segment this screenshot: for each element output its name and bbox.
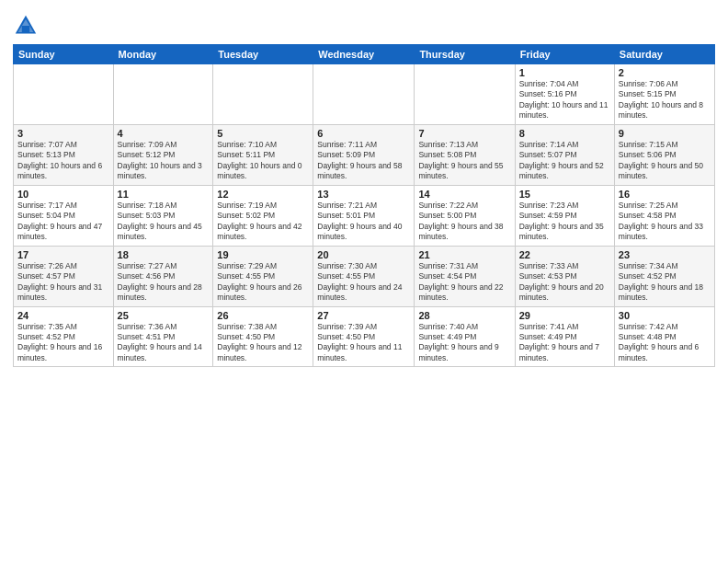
header — [13, 9, 715, 39]
day-cell: 21Sunrise: 7:31 AM Sunset: 4:54 PM Dayli… — [415, 246, 515, 306]
day-info: Sunrise: 7:26 AM Sunset: 4:57 PM Dayligh… — [17, 261, 109, 304]
day-cell: 11Sunrise: 7:18 AM Sunset: 5:03 PM Dayli… — [113, 185, 213, 246]
day-number: 5 — [217, 128, 309, 139]
day-cell: 27Sunrise: 7:39 AM Sunset: 4:50 PM Dayli… — [313, 306, 415, 367]
day-cell: 4Sunrise: 7:09 AM Sunset: 5:12 PM Daylig… — [113, 124, 213, 185]
day-cell: 18Sunrise: 7:27 AM Sunset: 4:56 PM Dayli… — [113, 246, 213, 306]
day-number: 11 — [118, 189, 210, 200]
day-cell — [213, 64, 313, 125]
day-cell: 23Sunrise: 7:34 AM Sunset: 4:52 PM Dayli… — [614, 246, 714, 306]
day-cell: 22Sunrise: 7:33 AM Sunset: 4:53 PM Dayli… — [515, 246, 614, 306]
day-number: 12 — [217, 189, 309, 200]
day-cell: 8Sunrise: 7:14 AM Sunset: 5:07 PM Daylig… — [515, 124, 614, 185]
svg-rect-2 — [22, 26, 29, 32]
day-info: Sunrise: 7:40 AM Sunset: 4:49 PM Dayligh… — [418, 322, 510, 364]
day-info: Sunrise: 7:14 AM Sunset: 5:07 PM Dayligh… — [519, 140, 610, 182]
day-header-thursday: Thursday — [415, 45, 515, 64]
day-cell: 20Sunrise: 7:30 AM Sunset: 4:55 PM Dayli… — [313, 246, 415, 306]
day-cell: 3Sunrise: 7:07 AM Sunset: 5:13 PM Daylig… — [14, 124, 114, 185]
day-cell — [113, 64, 213, 125]
day-cell: 29Sunrise: 7:41 AM Sunset: 4:49 PM Dayli… — [515, 306, 614, 367]
day-number: 30 — [619, 310, 711, 321]
page: SundayMondayTuesdayWednesdayThursdayFrid… — [0, 0, 728, 373]
day-cell: 7Sunrise: 7:13 AM Sunset: 5:08 PM Daylig… — [415, 124, 515, 185]
week-row-2: 10Sunrise: 7:17 AM Sunset: 5:04 PM Dayli… — [14, 185, 715, 246]
day-cell: 19Sunrise: 7:29 AM Sunset: 4:55 PM Dayli… — [213, 246, 313, 306]
day-number: 10 — [17, 189, 109, 200]
logo-icon — [13, 13, 39, 39]
day-number: 19 — [217, 249, 309, 260]
week-row-0: 1Sunrise: 7:04 AM Sunset: 5:16 PM Daylig… — [14, 64, 715, 125]
day-number: 15 — [519, 189, 610, 200]
week-row-1: 3Sunrise: 7:07 AM Sunset: 5:13 PM Daylig… — [14, 124, 715, 185]
day-cell: 2Sunrise: 7:06 AM Sunset: 5:15 PM Daylig… — [614, 64, 714, 125]
day-info: Sunrise: 7:21 AM Sunset: 5:01 PM Dayligh… — [317, 201, 410, 243]
day-info: Sunrise: 7:35 AM Sunset: 4:52 PM Dayligh… — [17, 322, 109, 364]
day-number: 28 — [418, 310, 510, 321]
day-cell: 1Sunrise: 7:04 AM Sunset: 5:16 PM Daylig… — [515, 64, 614, 125]
day-number: 17 — [17, 249, 109, 260]
day-cell: 10Sunrise: 7:17 AM Sunset: 5:04 PM Dayli… — [14, 185, 114, 246]
day-info: Sunrise: 7:41 AM Sunset: 4:49 PM Dayligh… — [519, 322, 610, 364]
day-info: Sunrise: 7:36 AM Sunset: 4:51 PM Dayligh… — [118, 322, 210, 364]
day-cell: 5Sunrise: 7:10 AM Sunset: 5:11 PM Daylig… — [213, 124, 313, 185]
day-info: Sunrise: 7:30 AM Sunset: 4:55 PM Dayligh… — [317, 261, 410, 304]
day-number: 6 — [317, 128, 410, 139]
day-number: 3 — [17, 128, 109, 139]
day-number: 22 — [519, 249, 610, 260]
day-cell: 28Sunrise: 7:40 AM Sunset: 4:49 PM Dayli… — [415, 306, 515, 367]
day-header-wednesday: Wednesday — [313, 45, 415, 64]
day-header-sunday: Sunday — [14, 45, 114, 64]
day-number: 1 — [519, 67, 610, 78]
day-number: 18 — [118, 249, 210, 260]
logo — [13, 13, 42, 39]
day-number: 8 — [519, 128, 610, 139]
day-info: Sunrise: 7:15 AM Sunset: 5:06 PM Dayligh… — [619, 140, 711, 182]
day-info: Sunrise: 7:25 AM Sunset: 4:58 PM Dayligh… — [619, 201, 711, 243]
day-number: 25 — [118, 310, 210, 321]
day-info: Sunrise: 7:13 AM Sunset: 5:08 PM Dayligh… — [418, 140, 510, 182]
day-info: Sunrise: 7:10 AM Sunset: 5:11 PM Dayligh… — [217, 140, 309, 182]
day-header-tuesday: Tuesday — [213, 45, 313, 64]
day-info: Sunrise: 7:33 AM Sunset: 4:53 PM Dayligh… — [519, 261, 610, 304]
day-cell: 24Sunrise: 7:35 AM Sunset: 4:52 PM Dayli… — [14, 306, 114, 367]
day-cell: 17Sunrise: 7:26 AM Sunset: 4:57 PM Dayli… — [14, 246, 114, 306]
day-info: Sunrise: 7:38 AM Sunset: 4:50 PM Dayligh… — [217, 322, 309, 364]
days-header-row: SundayMondayTuesdayWednesdayThursdayFrid… — [14, 45, 715, 64]
day-cell: 12Sunrise: 7:19 AM Sunset: 5:02 PM Dayli… — [213, 185, 313, 246]
day-info: Sunrise: 7:17 AM Sunset: 5:04 PM Dayligh… — [17, 201, 109, 243]
day-number: 9 — [619, 128, 711, 139]
day-info: Sunrise: 7:23 AM Sunset: 4:59 PM Dayligh… — [519, 201, 610, 243]
day-cell: 15Sunrise: 7:23 AM Sunset: 4:59 PM Dayli… — [515, 185, 614, 246]
day-number: 29 — [519, 310, 610, 321]
day-info: Sunrise: 7:04 AM Sunset: 5:16 PM Dayligh… — [519, 79, 610, 121]
day-number: 24 — [17, 310, 109, 321]
week-row-4: 24Sunrise: 7:35 AM Sunset: 4:52 PM Dayli… — [14, 306, 715, 367]
calendar: SundayMondayTuesdayWednesdayThursdayFrid… — [13, 44, 715, 367]
day-info: Sunrise: 7:19 AM Sunset: 5:02 PM Dayligh… — [217, 201, 309, 243]
day-info: Sunrise: 7:09 AM Sunset: 5:12 PM Dayligh… — [118, 140, 210, 182]
day-info: Sunrise: 7:22 AM Sunset: 5:00 PM Dayligh… — [418, 201, 510, 243]
day-cell: 13Sunrise: 7:21 AM Sunset: 5:01 PM Dayli… — [313, 185, 415, 246]
calendar-header: SundayMondayTuesdayWednesdayThursdayFrid… — [14, 45, 715, 64]
day-header-saturday: Saturday — [614, 45, 714, 64]
day-info: Sunrise: 7:39 AM Sunset: 4:50 PM Dayligh… — [317, 322, 410, 364]
day-info: Sunrise: 7:42 AM Sunset: 4:48 PM Dayligh… — [619, 322, 711, 364]
day-info: Sunrise: 7:29 AM Sunset: 4:55 PM Dayligh… — [217, 261, 309, 304]
day-cell: 25Sunrise: 7:36 AM Sunset: 4:51 PM Dayli… — [113, 306, 213, 367]
day-cell — [14, 64, 114, 125]
day-header-monday: Monday — [113, 45, 213, 64]
day-cell — [313, 64, 415, 125]
day-number: 21 — [418, 249, 510, 260]
day-info: Sunrise: 7:34 AM Sunset: 4:52 PM Dayligh… — [619, 261, 711, 304]
day-cell: 6Sunrise: 7:11 AM Sunset: 5:09 PM Daylig… — [313, 124, 415, 185]
calendar-body: 1Sunrise: 7:04 AM Sunset: 5:16 PM Daylig… — [14, 64, 715, 367]
day-number: 7 — [418, 128, 510, 139]
day-number: 23 — [619, 249, 711, 260]
day-info: Sunrise: 7:07 AM Sunset: 5:13 PM Dayligh… — [17, 140, 109, 182]
day-number: 26 — [217, 310, 309, 321]
day-number: 13 — [317, 189, 410, 200]
day-number: 4 — [118, 128, 210, 139]
day-number: 20 — [317, 249, 410, 260]
day-number: 16 — [619, 189, 711, 200]
